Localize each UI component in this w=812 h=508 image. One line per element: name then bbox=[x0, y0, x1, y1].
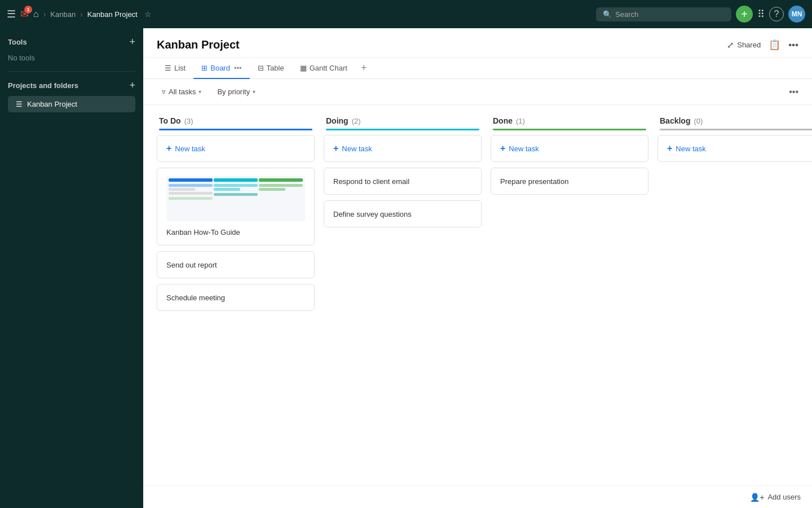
tools-add-button[interactable]: + bbox=[129, 36, 135, 48]
group-button[interactable]: By priority ▾ bbox=[212, 85, 261, 99]
sidebar: Tools + No tools Projects and folders + … bbox=[0, 28, 143, 508]
column-backlog-count: (0) bbox=[694, 117, 703, 125]
tab-gantt[interactable]: ▦ Gantt Chart bbox=[292, 58, 355, 79]
task-survey-questions[interactable]: Define survey questions bbox=[324, 200, 482, 227]
new-task-label: New task bbox=[676, 144, 705, 153]
tab-table-label: Table bbox=[267, 64, 284, 72]
sidebar-item-label: Kanban Project bbox=[27, 100, 77, 108]
projects-add-button[interactable]: + bbox=[129, 80, 135, 91]
projects-title: Projects and folders bbox=[8, 81, 78, 90]
task-text: Kanban How-To Guide bbox=[166, 228, 240, 237]
task-text: Prepare presentation bbox=[500, 177, 568, 186]
project-header: Kanban Project ⤢ Shared 📋 ••• bbox=[143, 28, 812, 58]
column-doing-title: Doing bbox=[326, 116, 348, 125]
column-todo: To Do (3) + New task bbox=[157, 116, 315, 317]
column-done-bar bbox=[493, 129, 646, 130]
shared-button[interactable]: ⤢ Shared bbox=[727, 40, 761, 50]
add-button[interactable]: + bbox=[736, 6, 753, 23]
task-schedule-meeting[interactable]: Schedule meeting bbox=[157, 284, 315, 311]
plus-icon: + bbox=[500, 143, 505, 154]
plus-icon: + bbox=[333, 143, 338, 154]
home-icon[interactable]: ⌂ bbox=[33, 9, 39, 19]
menu-icon[interactable]: ☰ bbox=[7, 8, 16, 20]
column-backlog-header: Backlog (0) bbox=[657, 116, 812, 135]
project-icon: ☰ bbox=[16, 100, 23, 108]
task-thumbnail bbox=[166, 176, 305, 221]
board-toolbar: ▿ All tasks ▾ By priority ▾ ••• bbox=[143, 79, 812, 105]
search-icon: 🔍 bbox=[603, 10, 612, 19]
filter-button[interactable]: ▿ All tasks ▾ bbox=[157, 85, 206, 99]
no-tools-label: No tools bbox=[8, 52, 135, 68]
column-backlog-title: Backlog bbox=[660, 116, 690, 125]
column-done-title: Done bbox=[493, 116, 513, 125]
tab-list-label: List bbox=[174, 64, 186, 72]
new-task-label: New task bbox=[342, 144, 372, 153]
task-presentation[interactable]: Prepare presentation bbox=[491, 168, 648, 195]
tab-list[interactable]: ☰ List bbox=[157, 58, 193, 79]
column-doing-header: Doing (2) bbox=[324, 116, 482, 135]
filter-icon: ▿ bbox=[162, 87, 166, 96]
new-task-label: New task bbox=[175, 144, 205, 153]
task-kanban-guide[interactable]: Kanban How-To Guide bbox=[157, 168, 315, 246]
group-label: By priority bbox=[217, 87, 250, 96]
new-task-todo[interactable]: + New task bbox=[157, 135, 315, 162]
new-task-doing[interactable]: + New task bbox=[324, 135, 482, 162]
list-tab-icon: ☰ bbox=[165, 64, 171, 72]
task-client-email[interactable]: Respond to client email bbox=[324, 168, 482, 195]
main-content: Kanban Project ⤢ Shared 📋 ••• ☰ List ⊞ B… bbox=[143, 28, 812, 508]
column-done: Done (1) + New task Prepare presentation bbox=[491, 116, 648, 200]
topnav: ☰ ✉ 1 ⌂ › Kanban › Kanban Project ☆ 🔍 Se… bbox=[0, 0, 812, 28]
column-todo-bar bbox=[159, 129, 312, 130]
search-label: Search bbox=[615, 10, 638, 19]
column-done-count: (1) bbox=[516, 117, 525, 125]
task-send-report[interactable]: Send out report bbox=[157, 251, 315, 278]
plus-icon: + bbox=[667, 143, 672, 154]
more-options-icon[interactable]: ••• bbox=[788, 40, 798, 51]
shared-label: Shared bbox=[737, 41, 761, 49]
new-task-done[interactable]: + New task bbox=[491, 135, 648, 162]
project-title: Kanban Project bbox=[157, 38, 240, 51]
task-text: Respond to client email bbox=[333, 177, 409, 186]
task-text: Schedule meeting bbox=[166, 294, 225, 302]
add-view-button[interactable]: + bbox=[358, 58, 370, 78]
sidebar-item-kanban-project[interactable]: ☰ Kanban Project bbox=[8, 96, 135, 112]
column-todo-count: (3) bbox=[184, 117, 193, 125]
filter-label: All tasks bbox=[169, 87, 196, 96]
group-chevron: ▾ bbox=[253, 89, 255, 95]
table-tab-icon: ⊟ bbox=[258, 64, 264, 72]
pin-icon[interactable]: ☆ bbox=[144, 10, 152, 19]
tools-title: Tools bbox=[8, 38, 27, 46]
new-task-backlog[interactable]: + New task bbox=[657, 135, 812, 162]
plus-icon: + bbox=[166, 143, 171, 154]
view-tabs: ☰ List ⊞ Board ••• ⊟ Table ▦ Gantt Chart… bbox=[143, 58, 812, 79]
mail-badge: 1 bbox=[24, 6, 32, 14]
column-doing-count: (2) bbox=[352, 117, 361, 125]
tab-board[interactable]: ⊞ Board ••• bbox=[193, 58, 249, 79]
kanban-board: To Do (3) + New task bbox=[143, 105, 812, 485]
grid-icon[interactable]: ⠿ bbox=[757, 8, 765, 20]
task-text: Define survey questions bbox=[333, 210, 412, 218]
toolbar-more-button[interactable]: ••• bbox=[789, 87, 798, 97]
column-todo-header: To Do (3) bbox=[157, 116, 315, 135]
gantt-tab-icon: ▦ bbox=[300, 64, 307, 72]
share-icon: ⤢ bbox=[727, 40, 734, 50]
column-backlog: Backlog (0) + New task bbox=[657, 116, 812, 168]
search-box[interactable]: 🔍 Search bbox=[596, 7, 731, 21]
board-tab-more[interactable]: ••• bbox=[234, 64, 242, 72]
breadcrumb-project: Kanban Project bbox=[87, 10, 138, 19]
mail-button[interactable]: ✉ 1 bbox=[20, 8, 29, 20]
new-task-label: New task bbox=[509, 144, 539, 153]
task-text: Send out report bbox=[166, 261, 217, 269]
help-button[interactable]: ? bbox=[769, 7, 784, 21]
tab-board-label: Board bbox=[210, 64, 230, 72]
add-users-icon: 👤+ bbox=[750, 493, 764, 502]
board-tab-icon: ⊞ bbox=[201, 64, 208, 72]
column-doing: Doing (2) + New task Respond to client e… bbox=[324, 116, 482, 233]
column-backlog-bar bbox=[660, 129, 812, 130]
notes-icon[interactable]: 📋 bbox=[769, 39, 780, 51]
tab-table[interactable]: ⊟ Table bbox=[250, 58, 292, 79]
breadcrumb-kanban[interactable]: Kanban bbox=[50, 10, 76, 19]
avatar[interactable]: MN bbox=[788, 6, 805, 23]
tab-gantt-label: Gantt Chart bbox=[310, 64, 347, 72]
add-users-button[interactable]: 👤+ Add users bbox=[750, 493, 801, 502]
